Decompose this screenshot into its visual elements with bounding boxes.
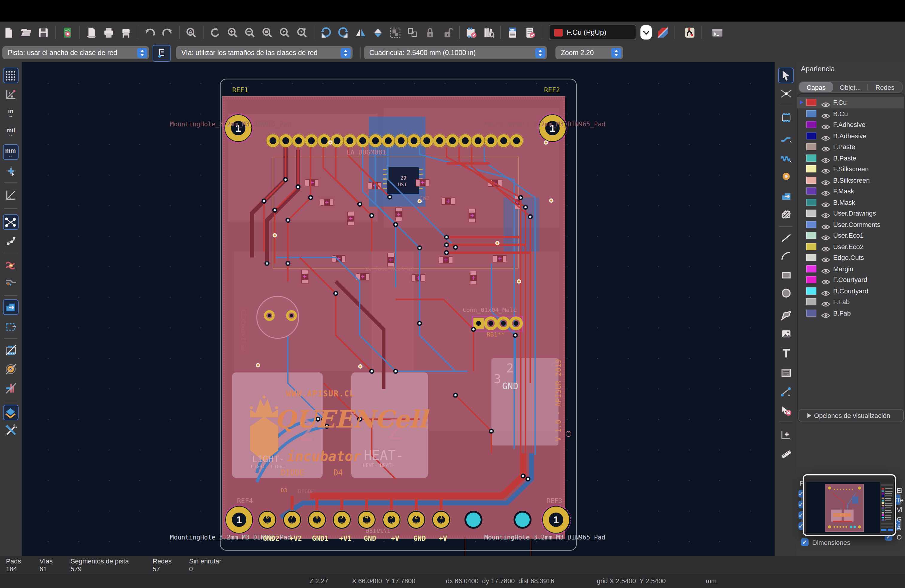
drc-checker-button[interactable] xyxy=(523,25,537,40)
via-tool[interactable] xyxy=(779,169,793,183)
print-button[interactable] xyxy=(102,25,116,40)
mirror-vertical-button[interactable] xyxy=(371,25,385,40)
tune-length-tool[interactable] xyxy=(779,150,793,165)
smd-component[interactable] xyxy=(439,256,452,264)
layer-color-swatch[interactable] xyxy=(806,199,816,206)
layer-color-swatch[interactable] xyxy=(806,99,816,106)
mirror-horizontal-button[interactable] xyxy=(353,25,368,40)
layer-color-swatch[interactable] xyxy=(806,243,816,250)
layer-row-f-courtyard[interactable]: F.Courtyard xyxy=(797,274,904,285)
zoom-select[interactable]: Zoom 2.20 xyxy=(556,46,623,59)
eye-icon[interactable] xyxy=(821,310,830,321)
text-tool[interactable] xyxy=(779,346,793,361)
layer-color-swatch[interactable] xyxy=(806,110,816,117)
new-file-button[interactable] xyxy=(2,25,16,40)
smd-component[interactable] xyxy=(320,199,333,206)
layer-color-swatch[interactable] xyxy=(806,121,816,128)
smd-component[interactable] xyxy=(387,253,394,267)
smd-component[interactable] xyxy=(416,179,429,186)
refresh-button[interactable] xyxy=(208,25,222,40)
board-setup-button[interactable] xyxy=(60,25,75,40)
filter-checkbox-stub[interactable]: ✓ xyxy=(799,501,803,509)
layer-row-f-silkscreen[interactable]: F.Silkscreen xyxy=(797,164,904,175)
net-color-icon[interactable] xyxy=(3,274,18,289)
rotate-ccw-button[interactable] xyxy=(319,25,333,40)
hide-pads-icon[interactable] xyxy=(3,362,18,376)
layer-row-b-cu[interactable]: B.Cu xyxy=(797,108,904,119)
rectangle-tool[interactable] xyxy=(779,268,793,282)
smd-component[interactable] xyxy=(412,274,425,281)
ungroup-button[interactable] xyxy=(405,25,420,40)
stepper-icon[interactable] xyxy=(341,48,351,58)
layer-row-f-mask[interactable]: F.Mask xyxy=(797,186,904,197)
layer-row-user-comments[interactable]: User.Comments xyxy=(797,219,904,230)
layer-row-b-adhesive[interactable]: B.Adhesive xyxy=(797,130,904,141)
layer-color-swatch[interactable] xyxy=(806,265,816,272)
redo-button[interactable] xyxy=(160,25,175,40)
ruler-tool[interactable] xyxy=(779,447,793,461)
via-size-select[interactable]: Vía: utilizar los tamaños de las clases … xyxy=(176,46,352,59)
tab-objet[interactable]: Objet... xyxy=(833,82,867,92)
smd-component[interactable] xyxy=(305,179,318,186)
smd-component[interactable] xyxy=(442,198,455,205)
layer-color-swatch[interactable] xyxy=(806,298,816,305)
highlight-net-tool[interactable] xyxy=(779,86,793,100)
track-posture-button[interactable] xyxy=(152,45,171,62)
layer-row-user-eco1[interactable]: User.Eco1 xyxy=(797,230,904,241)
layer-color-swatch[interactable] xyxy=(806,210,816,217)
layer-color-swatch[interactable] xyxy=(806,154,816,161)
undo-button[interactable] xyxy=(143,25,157,40)
line-tool[interactable] xyxy=(779,230,793,245)
layer-row-f-adhesive[interactable]: F.Adhesive xyxy=(797,119,904,130)
units-inch[interactable]: in↔ xyxy=(3,105,18,120)
smd-component[interactable] xyxy=(301,270,308,283)
zoom-fit-button[interactable] xyxy=(260,25,275,40)
layer-row-b-courtyard[interactable]: B.Courtyard xyxy=(797,285,904,296)
ratsnest-curved-icon[interactable] xyxy=(3,234,18,248)
zoom-objects-button[interactable] xyxy=(295,25,309,40)
delete-tool[interactable] xyxy=(779,403,793,417)
layer-color-swatch[interactable] xyxy=(806,132,816,139)
piezo-footprint[interactable] xyxy=(257,296,298,338)
hide-footprints-icon[interactable] xyxy=(3,343,18,357)
layer-color-swatch[interactable] xyxy=(806,287,816,294)
place-footprint-tool[interactable] xyxy=(779,110,793,124)
layer-pair-button[interactable] xyxy=(656,25,670,40)
grid-dots-icon[interactable] xyxy=(3,68,18,83)
layer-dropdown-chevron[interactable] xyxy=(640,25,652,40)
lock-button[interactable] xyxy=(423,25,437,40)
unlock-button[interactable] xyxy=(440,25,455,40)
layer-row-b-mask[interactable]: B.Mask xyxy=(797,197,904,208)
smd-component[interactable] xyxy=(470,271,477,284)
select-tool[interactable] xyxy=(778,68,793,83)
tools-icon[interactable] xyxy=(3,423,18,437)
tab-capas[interactable]: Capas xyxy=(799,82,833,92)
layer-color-swatch[interactable] xyxy=(806,309,816,316)
pcb-canvas[interactable]: 8LIGHT-7+24V6HEAT-5+24V4GND3+24V2GND1+24… xyxy=(22,62,775,556)
zoom-selection-button[interactable] xyxy=(278,25,292,40)
zoom-in-button[interactable] xyxy=(225,25,240,40)
display-options-header[interactable]: Opciones de visualización xyxy=(799,409,904,422)
dimension-tool[interactable] xyxy=(779,385,793,399)
units-mm[interactable]: mm↔ xyxy=(3,144,18,160)
stepper-icon[interactable] xyxy=(137,48,147,58)
image-tool[interactable] xyxy=(779,326,793,341)
zone-outline-icon[interactable] xyxy=(3,319,18,334)
save-button[interactable] xyxy=(36,25,51,40)
layer-row-b-paste[interactable]: B.Paste xyxy=(797,153,904,164)
smd-component[interactable] xyxy=(395,208,402,221)
grid-select[interactable]: Cuadrícula: 2.5400 mm (0.1000 in) xyxy=(364,46,547,59)
arc-tool[interactable] xyxy=(779,248,793,263)
zoom-out-button[interactable] xyxy=(243,25,257,40)
free-angle-icon[interactable] xyxy=(3,188,18,202)
layer-color-swatch[interactable] xyxy=(806,232,816,239)
dimensions-checkbox[interactable]: ✓ xyxy=(801,538,809,546)
tab-redes[interactable]: Redes xyxy=(868,82,902,92)
hide-tracks-icon[interactable] xyxy=(3,381,18,395)
polygon-tool[interactable] xyxy=(779,308,793,323)
footprint-editor-button[interactable] xyxy=(464,25,478,40)
open-board-button[interactable] xyxy=(19,25,33,40)
track-via-properties-button[interactable] xyxy=(683,25,697,40)
layer-row-b-fab[interactable]: B.Fab xyxy=(797,307,904,319)
page-settings-button[interactable] xyxy=(84,25,98,40)
